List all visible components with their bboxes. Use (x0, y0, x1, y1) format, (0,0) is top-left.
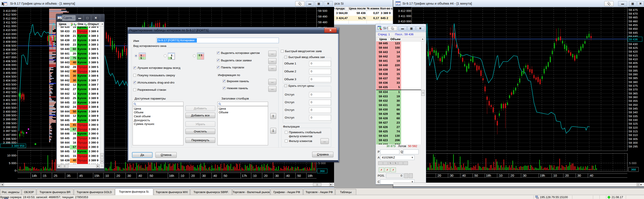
svg-text:3 389 958: 3 389 958 (12, 144, 24, 148)
svg-text:59 400: 59 400 (629, 65, 638, 68)
svg-text:17h: 17h (242, 174, 247, 178)
svg-text::20: :20 (263, 174, 268, 178)
svg-text:3 400 500: 3 400 500 (3, 106, 16, 109)
svg-text:59 365: 59 365 (629, 92, 638, 95)
svg-text:59 370: 59 370 (629, 88, 638, 91)
svg-text:59 340: 59 340 (629, 111, 638, 114)
svg-text:59 320: 59 320 (629, 126, 638, 129)
svg-text:3 409 500: 3 409 500 (3, 36, 16, 40)
svg-text:3 405 000: 3 405 000 (3, 71, 16, 74)
svg-text:3 413 000: 3 413 000 (3, 9, 16, 12)
svg-text:3 410 000: 3 410 000 (398, 20, 411, 23)
svg-text:3 403 500: 3 403 500 (3, 83, 16, 86)
svg-text:3 407 500: 3 407 500 (3, 52, 16, 55)
svg-text:3 411 500: 3 411 500 (3, 21, 16, 24)
svg-text:3 402 000: 3 402 000 (3, 94, 16, 98)
svg-text:3 397 500: 3 397 500 (3, 129, 16, 132)
svg-text::15: :15 (42, 174, 46, 178)
svg-text:3 403 000: 3 403 000 (3, 87, 16, 90)
svg-text:59 355: 59 355 (629, 99, 638, 102)
svg-text:3 401 500: 3 401 500 (3, 98, 16, 102)
svg-text:59 410: 59 410 (629, 58, 638, 61)
svg-text:368: 368 (631, 168, 636, 171)
svg-text:59 385: 59 385 (629, 76, 638, 80)
svg-text:3 396 500: 3 396 500 (3, 137, 16, 140)
svg-text::10: :10 (180, 174, 184, 178)
svg-text::30: :30 (127, 174, 131, 178)
svg-text::50: :50 (149, 174, 153, 178)
svg-text::30: :30 (449, 174, 454, 177)
svg-text:59 415: 59 415 (629, 54, 638, 57)
svg-text:14h: 14h (32, 174, 37, 178)
svg-text:59 405: 59 405 (629, 61, 638, 65)
svg-text::20: :20 (510, 174, 514, 177)
svg-text:59 460: 59 460 (629, 20, 638, 23)
svg-text:3 411 000: 3 411 000 (3, 24, 16, 28)
svg-text:59 315: 59 315 (629, 130, 638, 133)
svg-text:↓: ↓ (142, 54, 144, 57)
svg-text::20: :20 (190, 174, 195, 178)
svg-text:59 490: 59 490 (318, 15, 327, 18)
svg-text::10: :10 (552, 174, 557, 177)
svg-text:59 475: 59 475 (629, 8, 638, 12)
svg-text:59 360: 59 360 (629, 96, 638, 99)
svg-text::50: :50 (223, 174, 227, 178)
svg-text:3 402 500: 3 402 500 (3, 90, 16, 94)
svg-text:$: $ (201, 54, 202, 56)
svg-text:↑: ↑ (169, 57, 170, 60)
svg-text:59 500: 59 500 (318, 9, 327, 12)
svg-text:59 295: 59 295 (629, 145, 638, 148)
svg-text::50: :50 (474, 174, 478, 177)
svg-text::40: :40 (212, 174, 217, 178)
svg-text:3 410 500: 3 410 500 (3, 28, 16, 32)
svg-text::45: :45 (78, 174, 83, 178)
svg-text::40: :40 (462, 174, 466, 177)
svg-text:59 450: 59 450 (629, 27, 638, 30)
svg-text::10: :10 (498, 174, 502, 177)
svg-text:3 407 000: 3 407 000 (3, 56, 16, 59)
svg-text:59 380: 59 380 (629, 80, 638, 84)
svg-text:$: $ (140, 54, 142, 57)
svg-text::35: :35 (66, 174, 70, 178)
svg-text:18h: 18h (486, 174, 491, 177)
svg-text:3 412 000: 3 412 000 (398, 9, 411, 12)
svg-text:3 397 000: 3 397 000 (3, 133, 16, 136)
svg-text:3 400 000: 3 400 000 (3, 110, 16, 113)
svg-text:59 436: 59 436 (629, 38, 638, 41)
svg-text:59 420: 59 420 (629, 50, 638, 53)
svg-text::40: :40 (138, 174, 142, 178)
svg-text:5 000: 5 000 (629, 162, 636, 165)
svg-text:3 399 500: 3 399 500 (3, 114, 16, 117)
svg-text:$: $ (170, 57, 172, 60)
svg-text:3 412 500: 3 412 500 (3, 13, 16, 16)
svg-text:↑: ↑ (142, 57, 144, 60)
svg-text:3 408 500: 3 408 500 (3, 44, 16, 47)
svg-text:3 404 500: 3 404 500 (3, 75, 16, 78)
svg-text:3 401 000: 3 401 000 (3, 102, 16, 106)
svg-text:59 445: 59 445 (629, 31, 638, 34)
svg-text:$: $ (171, 54, 172, 57)
svg-text::10: :10 (104, 174, 109, 178)
svg-text:$: $ (199, 54, 200, 56)
svg-text:59 350: 59 350 (629, 103, 638, 106)
svg-text:59 310: 59 310 (629, 134, 638, 137)
svg-text:3 412 000: 3 412 000 (3, 17, 16, 20)
svg-text:3 404 000: 3 404 000 (3, 79, 16, 82)
svg-text:59 480: 59 480 (318, 20, 327, 24)
svg-text::30: :30 (522, 174, 526, 177)
svg-text:59 330: 59 330 (629, 118, 638, 122)
svg-text::25: :25 (53, 174, 58, 178)
svg-text::30: :30 (577, 174, 581, 177)
svg-text:3 409 000: 3 409 000 (3, 40, 16, 44)
svg-text:59 395: 59 395 (629, 69, 638, 72)
svg-text:59 425: 59 425 (629, 46, 638, 50)
svg-text:59 430: 59 430 (629, 42, 638, 46)
svg-text:59 305: 59 305 (629, 138, 638, 141)
svg-text:3 398 000: 3 398 000 (3, 126, 16, 129)
svg-text::50: :50 (296, 174, 301, 178)
svg-text::20: :20 (116, 174, 120, 178)
svg-text:3 398 500: 3 398 500 (3, 122, 16, 125)
svg-text:18h: 18h (308, 174, 312, 178)
svg-text:59 300: 59 300 (629, 141, 638, 144)
svg-text::40: :40 (286, 174, 290, 178)
